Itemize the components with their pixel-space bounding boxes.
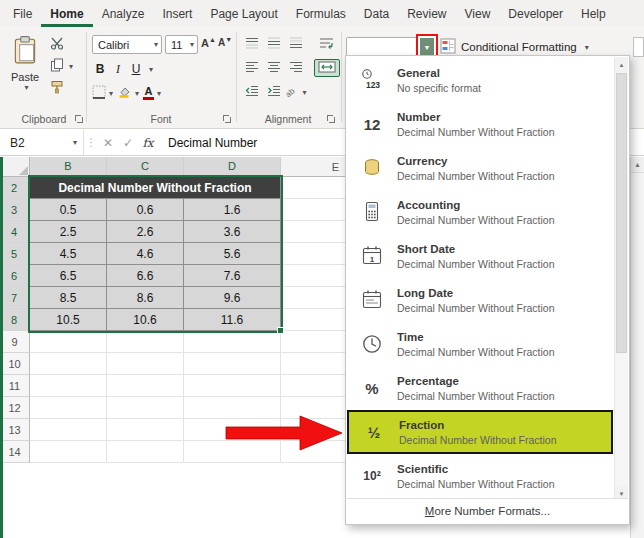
insert-function-button[interactable]: fx	[138, 130, 158, 155]
confirm-entry-button[interactable]: ✓	[118, 130, 138, 155]
cell-B8[interactable]: 10.5	[30, 309, 107, 331]
increase-indent-button[interactable]	[264, 83, 284, 101]
cell-D11[interactable]	[184, 375, 281, 397]
cell-B6[interactable]: 6.5	[30, 265, 107, 287]
format-option-percentage[interactable]: %PercentageDecimal Number Without Fracti…	[347, 366, 613, 410]
increase-font-size-button[interactable]: A▲	[201, 36, 216, 49]
row-header-4[interactable]: 4	[0, 221, 30, 243]
table-title-cell[interactable]: Decimal Number Without Fraction	[30, 177, 281, 199]
borders-button[interactable]: ▾	[92, 84, 113, 102]
cut-button[interactable]	[48, 35, 75, 53]
scrollbar-thumb[interactable]	[616, 73, 627, 353]
cell-C5[interactable]: 4.6	[107, 243, 184, 265]
more-number-formats-item[interactable]: More Number Formats...	[347, 498, 628, 523]
cell-C14[interactable]	[107, 441, 184, 463]
column-header-B[interactable]: B	[30, 157, 107, 177]
cell-C11[interactable]	[107, 375, 184, 397]
cell-C13[interactable]	[107, 419, 184, 441]
fill-color-button[interactable]: ▾	[117, 84, 139, 102]
scroll-up-icon[interactable]: ▲	[631, 157, 644, 173]
cell-C10[interactable]	[107, 353, 184, 375]
clipboard-dialog-launcher[interactable]	[75, 115, 84, 124]
tab-home[interactable]: Home	[41, 2, 92, 27]
row-header-2[interactable]: 2	[0, 177, 30, 199]
tab-insert[interactable]: Insert	[153, 2, 201, 27]
scroll-up-icon[interactable]: ▲	[615, 57, 628, 72]
cell-D10[interactable]	[184, 353, 281, 375]
align-top-button[interactable]	[242, 35, 262, 53]
sheet-vertical-scrollbar[interactable]: ▲	[630, 157, 644, 538]
cell-D3[interactable]: 1.6	[184, 199, 281, 221]
underline-caret-icon[interactable]: ▾	[149, 65, 153, 74]
row-header-7[interactable]: 7	[0, 287, 30, 309]
select-all-corner[interactable]	[0, 157, 30, 177]
format-option-currency[interactable]: CurrencyDecimal Number Without Fraction	[347, 146, 613, 190]
align-center-button[interactable]	[264, 59, 284, 77]
menu-scrollbar[interactable]: ▲ ▼	[614, 57, 628, 501]
format-option-time[interactable]: TimeDecimal Number Without Fraction	[347, 322, 613, 366]
orientation-button[interactable]: ab▾	[286, 83, 306, 101]
cell-B7[interactable]: 8.5	[30, 287, 107, 309]
font-name-select[interactable]: Calibri ▾	[92, 35, 162, 54]
cell-B5[interactable]: 4.5	[30, 243, 107, 265]
decrease-indent-button[interactable]	[242, 83, 262, 101]
format-option-fraction[interactable]: ½FractionDecimal Number Without Fraction	[347, 410, 613, 454]
cell-D7[interactable]: 9.6	[184, 287, 281, 309]
alignment-dialog-launcher[interactable]	[327, 115, 336, 124]
format-option-accounting[interactable]: AccountingDecimal Number Without Fractio…	[347, 190, 613, 234]
wrap-text-button[interactable]	[316, 35, 336, 53]
cell-C6[interactable]: 6.6	[107, 265, 184, 287]
cell-B10[interactable]	[30, 353, 107, 375]
format-option-number[interactable]: 12NumberDecimal Number Without Fraction	[347, 102, 613, 146]
underline-button[interactable]: U	[128, 60, 144, 78]
row-header-11[interactable]: 11	[0, 375, 30, 397]
format-painter-button[interactable]	[48, 79, 75, 97]
tab-developer[interactable]: Developer	[499, 2, 572, 27]
cell-C4[interactable]: 2.6	[107, 221, 184, 243]
format-option-short-date[interactable]: 1Short DateDecimal Number Without Fracti…	[347, 234, 613, 278]
tab-review[interactable]: Review	[398, 2, 455, 27]
font-color-button[interactable]: A ▾	[143, 84, 161, 102]
align-right-button[interactable]	[286, 59, 306, 77]
cell-C9[interactable]	[107, 331, 184, 353]
conditional-formatting-button[interactable]: Conditional Formatting ▾	[440, 37, 589, 57]
fill-handle[interactable]	[277, 327, 284, 334]
cell-D8[interactable]: 11.6	[184, 309, 281, 331]
row-header-10[interactable]: 10	[0, 353, 30, 375]
format-option-long-date[interactable]: Long DateDecimal Number Without Fraction	[347, 278, 613, 322]
cell-B12[interactable]	[30, 397, 107, 419]
cell-B14[interactable]	[30, 441, 107, 463]
cell-B4[interactable]: 2.5	[30, 221, 107, 243]
cell-D6[interactable]: 7.6	[184, 265, 281, 287]
cell-C8[interactable]: 10.6	[107, 309, 184, 331]
cancel-entry-button[interactable]: ✕	[98, 130, 118, 155]
cell-D9[interactable]	[184, 331, 281, 353]
decrease-font-size-button[interactable]: A▼	[218, 36, 232, 48]
merge-center-button[interactable]	[314, 59, 340, 77]
copy-button[interactable]: ▾	[48, 57, 75, 75]
row-header-3[interactable]: 3	[0, 199, 30, 221]
align-left-button[interactable]	[242, 59, 262, 77]
paste-button[interactable]: Paste ▾	[6, 34, 44, 110]
tab-formulas[interactable]: Formulas	[287, 2, 355, 27]
cell-C12[interactable]	[107, 397, 184, 419]
align-middle-button[interactable]	[264, 35, 284, 53]
cell-C7[interactable]: 8.6	[107, 287, 184, 309]
cell-C3[interactable]: 0.6	[107, 199, 184, 221]
italic-button[interactable]: I	[110, 60, 126, 78]
align-bottom-button[interactable]	[286, 35, 306, 53]
row-header-9[interactable]: 9	[0, 331, 30, 353]
tab-data[interactable]: Data	[355, 2, 398, 27]
row-header-13[interactable]: 13	[0, 419, 30, 441]
cell-D4[interactable]: 3.6	[184, 221, 281, 243]
row-header-8[interactable]: 8	[0, 309, 30, 331]
cell-B3[interactable]: 0.5	[30, 199, 107, 221]
number-format-combo[interactable]: ▼	[346, 37, 418, 57]
cell-B9[interactable]	[30, 331, 107, 353]
bold-button[interactable]: B	[92, 60, 108, 78]
tab-help[interactable]: Help	[572, 2, 615, 27]
row-header-5[interactable]: 5	[0, 243, 30, 265]
font-size-select[interactable]: 11 ▾	[165, 35, 198, 54]
tab-analyze[interactable]: Analyze	[93, 2, 154, 27]
column-header-D[interactable]: D	[184, 157, 281, 177]
